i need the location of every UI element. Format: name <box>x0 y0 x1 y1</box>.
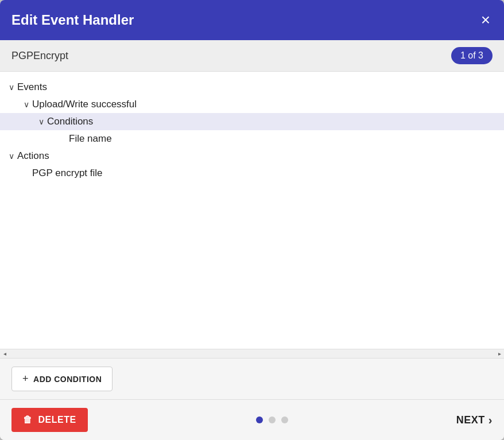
tree-item-upload-write[interactable]: ∨ Upload/Write successful <box>0 96 504 113</box>
chevron-upload-write: ∨ <box>21 100 32 109</box>
trash-icon: 🗑 <box>23 415 33 425</box>
pagination-dots <box>256 416 288 423</box>
dot-1 <box>256 416 263 423</box>
tree-container: ∨ Events ∨ Upload/Write successful ∨ Con… <box>0 72 504 349</box>
tree-label-events: Events <box>17 81 47 93</box>
chevron-conditions: ∨ <box>36 117 47 126</box>
dot-3 <box>281 416 288 423</box>
edit-event-handler-modal: Edit Event Handler × PGPEncrypt 1 of 3 ∨… <box>0 0 504 440</box>
scroll-right-arrow[interactable]: ▸ <box>495 349 504 359</box>
tree-item-pgp-encrypt[interactable]: PGP encrypt file <box>0 165 504 182</box>
handler-name: PGPEncrypt <box>11 50 68 62</box>
tree-label-upload-write: Upload/Write successful <box>32 99 137 110</box>
modal-footer: 🗑 DELETE NEXT › <box>0 399 504 440</box>
modal-title: Edit Event Handler <box>11 12 134 28</box>
chevron-pgp-encrypt <box>21 169 32 178</box>
tree-label-conditions: Conditions <box>47 116 93 127</box>
tree-item-file-name[interactable]: File name <box>0 130 504 147</box>
page-badge: 1 of 3 <box>451 47 493 64</box>
chevron-actions: ∨ <box>6 151 17 161</box>
modal-header: Edit Event Handler × <box>0 0 504 40</box>
chevron-events: ∨ <box>6 83 17 92</box>
tree-scroll[interactable]: ∨ Events ∨ Upload/Write successful ∨ Con… <box>0 72 504 349</box>
tree-label-pgp-encrypt: PGP encrypt file <box>32 168 103 179</box>
tree-item-actions[interactable]: ∨ Actions <box>0 147 504 165</box>
tree-label-actions: Actions <box>17 150 49 162</box>
tree-item-conditions[interactable]: ∨ Conditions <box>0 113 504 130</box>
plus-icon: + <box>22 373 29 385</box>
chevron-right-icon: › <box>489 414 493 427</box>
add-condition-button[interactable]: + ADD CONDITION <box>11 367 113 391</box>
next-label: NEXT <box>456 414 485 426</box>
name-bar: PGPEncrypt 1 of 3 <box>0 40 504 72</box>
scroll-track[interactable] <box>9 349 495 358</box>
close-button[interactable]: × <box>479 10 493 30</box>
chevron-file-name <box>57 134 69 143</box>
scroll-left-arrow[interactable]: ◂ <box>0 349 9 359</box>
add-condition-area: + ADD CONDITION <box>0 358 504 399</box>
tree-label-file-name: File name <box>69 133 112 145</box>
delete-label: DELETE <box>38 415 76 425</box>
next-button[interactable]: NEXT › <box>456 414 493 427</box>
dot-2 <box>269 416 276 423</box>
tree-item-events[interactable]: ∨ Events <box>0 79 504 96</box>
delete-button[interactable]: 🗑 DELETE <box>11 408 88 432</box>
horizontal-scrollbar[interactable]: ◂ ▸ <box>0 349 504 358</box>
add-condition-label: ADD CONDITION <box>33 375 102 384</box>
